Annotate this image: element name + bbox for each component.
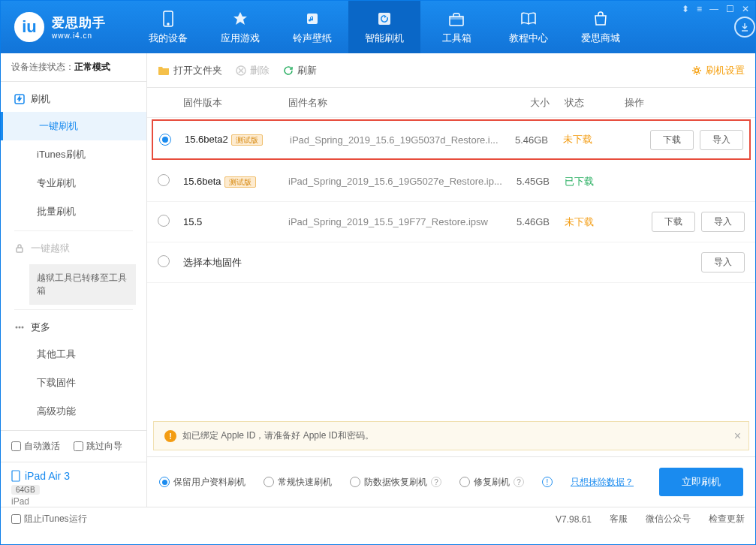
main-panel: 打开文件夹 删除 刷新 刷机设置 固件版本 固件名称 大小 状态 操作 15.6…	[147, 53, 755, 507]
open-folder-button[interactable]: 打开文件夹	[158, 64, 222, 77]
flash-now-button[interactable]: 立即刷机	[659, 468, 743, 496]
footer-kefu[interactable]: 客服	[610, 513, 628, 525]
fw-status: 已下载	[565, 175, 625, 188]
device-info: iPad Air 3 64GB iPad	[1, 462, 146, 514]
sidebar-item-advanced[interactable]: 高级功能	[37, 397, 146, 426]
download-button[interactable]: 下载	[652, 212, 695, 232]
sidebar-item-other-tools[interactable]: 其他工具	[37, 340, 146, 369]
fw-size: 5.46GB	[505, 216, 565, 227]
download-indicator-icon[interactable]	[734, 17, 755, 38]
firmware-row[interactable]: 15.5iPad_Spring_2019_15.5_19F77_Restore.…	[147, 202, 755, 242]
nav-toolbox[interactable]: 工具箱	[420, 1, 492, 53]
svg-rect-10	[12, 471, 20, 481]
footer-update[interactable]: 检查更新	[709, 513, 745, 525]
footer-wechat[interactable]: 微信公众号	[646, 513, 691, 525]
local-fw-label: 选择本地固件	[183, 256, 288, 269]
notice-text: 如已绑定 Apple ID，请准备好 Apple ID和密码。	[182, 429, 374, 442]
opt-keep-data[interactable]: 保留用户资料刷机	[159, 476, 245, 489]
jailbreak-note: 越狱工具已转移至工具箱	[29, 264, 136, 305]
logo-icon: iu	[14, 12, 44, 42]
fw-version: 15.6beta	[183, 176, 221, 187]
device-capacity: 64GB	[11, 485, 40, 495]
col-action: 操作	[625, 96, 745, 110]
radio-firmware[interactable]	[158, 215, 170, 227]
fw-version: 15.5	[183, 216, 202, 227]
notice-close-icon[interactable]: ×	[734, 429, 741, 443]
help-icon[interactable]: ?	[514, 477, 524, 487]
help-icon[interactable]: ?	[431, 477, 441, 487]
flash-options-row: 保留用户资料刷机 常规快速刷机 防数据恢复刷机? 修复刷机? ! 只想抹除数据？…	[147, 456, 755, 507]
flash-settings-button[interactable]: 刷机设置	[691, 64, 745, 77]
minimize-icon[interactable]: —	[709, 4, 718, 14]
notice-bar: ! 如已绑定 Apple ID，请准备好 Apple ID和密码。 ×	[153, 421, 749, 450]
store-icon	[592, 9, 609, 29]
erase-only-link[interactable]: 只想抹除数据？	[571, 476, 634, 489]
refresh-icon	[377, 9, 392, 29]
sidebar-jailbreak-header: 一键越狱	[1, 236, 146, 261]
music-icon	[305, 9, 320, 29]
sidebar-item-itunes-flash[interactable]: iTunes刷机	[37, 140, 146, 169]
maximize-icon[interactable]: ☐	[726, 4, 734, 14]
import-button[interactable]: 导入	[700, 130, 743, 150]
fw-status: 未下载	[565, 215, 625, 229]
checkbox-block-itunes[interactable]: 阻止iTunes运行	[11, 513, 87, 525]
delete-button[interactable]: 删除	[236, 64, 270, 77]
col-version: 固件版本	[183, 96, 288, 110]
import-button[interactable]: 导入	[701, 252, 745, 272]
device-icon	[161, 9, 175, 29]
sidebar-item-batch-flash[interactable]: 批量刷机	[37, 197, 146, 226]
nav-my-device[interactable]: 我的设备	[132, 1, 204, 53]
app-name: 爱思助手	[52, 14, 106, 32]
nav-ringtone[interactable]: 铃声壁纸	[276, 1, 348, 53]
toolbox-icon	[448, 9, 465, 29]
import-button[interactable]: 导入	[701, 212, 745, 232]
radio-firmware[interactable]	[159, 134, 171, 146]
svg-point-9	[22, 327, 24, 329]
apps-icon	[232, 9, 248, 29]
nav-apps[interactable]: 应用游戏	[204, 1, 276, 53]
col-size: 大小	[505, 96, 565, 110]
opt-anti-recovery[interactable]: 防数据恢复刷机?	[350, 476, 441, 489]
sidebar-more-header[interactable]: 更多	[1, 315, 146, 340]
firmware-row[interactable]: 15.6beta2测试版iPad_Spring_2019_15.6_19G503…	[152, 119, 751, 160]
sidebar-item-download-fw[interactable]: 下载固件	[37, 369, 146, 397]
nav-store[interactable]: 爱思商城	[565, 1, 637, 53]
device-name: iPad Air 3	[11, 470, 136, 482]
app-url: www.i4.cn	[52, 32, 106, 40]
menu-icon[interactable]: ≡	[697, 4, 702, 14]
local-firmware-row: 选择本地固件 导入	[147, 242, 755, 283]
fw-name: iPad_Spring_2019_15.5_19F77_Restore.ipsw	[288, 216, 505, 227]
fw-status: 未下载	[563, 133, 623, 146]
svg-point-12	[695, 68, 699, 72]
info-icon[interactable]: !	[542, 477, 553, 487]
fw-size: 5.46GB	[503, 134, 563, 146]
nav-tutorial[interactable]: 教程中心	[492, 1, 565, 53]
svg-point-7	[16, 327, 18, 329]
svg-point-1	[167, 23, 169, 25]
fw-name: iPad_Spring_2019_15.6_19G5027e_Restore.i…	[288, 176, 505, 187]
sidebar-item-oneclick-flash[interactable]: 一键刷机	[1, 112, 146, 140]
svg-point-8	[19, 327, 21, 329]
radio-firmware[interactable]	[158, 174, 170, 186]
fw-version: 15.6beta2	[185, 134, 228, 145]
svg-rect-6	[17, 248, 23, 252]
nav-smart-flash[interactable]: 智能刷机	[348, 1, 420, 53]
download-button[interactable]: 下载	[650, 130, 694, 150]
window-controls: ⬍ ≡ — ☐ ✕	[682, 4, 749, 14]
table-header-row: 固件版本 固件名称 大小 状态 操作	[147, 88, 755, 118]
checkbox-auto-activate[interactable]: 自动激活	[11, 440, 60, 453]
refresh-button[interactable]: 刷新	[283, 64, 317, 77]
opt-repair-flash[interactable]: 修复刷机?	[459, 476, 524, 489]
firmware-row[interactable]: 15.6beta测试版iPad_Spring_2019_15.6_19G5027…	[147, 161, 755, 202]
app-header: iu 爱思助手 www.i4.cn 我的设备 应用游戏 铃声壁纸 智能刷机 工具…	[1, 1, 755, 53]
opt-normal-flash[interactable]: 常规快速刷机	[264, 476, 332, 489]
sidebar-item-pro-flash[interactable]: 专业刷机	[37, 169, 146, 197]
checkbox-skip-guide[interactable]: 跳过向导	[74, 440, 122, 453]
close-icon[interactable]: ✕	[742, 4, 749, 14]
pin-icon[interactable]: ⬍	[682, 4, 689, 14]
radio-local-fw[interactable]	[158, 255, 170, 267]
beta-tag: 测试版	[231, 134, 263, 146]
sidebar-flash-header[interactable]: 刷机	[1, 86, 146, 112]
footer-version: V7.98.61	[556, 514, 592, 525]
fw-name: iPad_Spring_2019_15.6_19G5037d_Restore.i…	[290, 134, 503, 146]
